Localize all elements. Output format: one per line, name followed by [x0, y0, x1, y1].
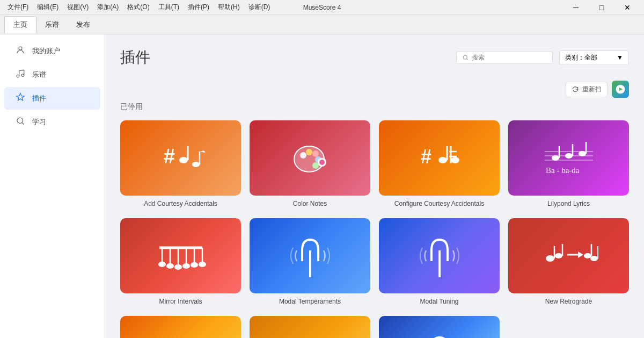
svg-point-30: [565, 153, 573, 159]
plugin-thumb-mirror: [120, 218, 241, 293]
svg-text:Ba - ba-da: Ba - ba-da: [546, 166, 580, 175]
plugin-name-modal-temperaments: Modal Temperaments: [250, 298, 370, 305]
refresh-icon: [572, 85, 579, 93]
svg-point-45: [191, 262, 198, 268]
app-title: MuseScore 4: [303, 4, 341, 11]
svg-point-47: [199, 262, 206, 267]
menu-file[interactable]: 文件(F): [4, 2, 32, 13]
sidebar: 我的账户 乐谱 插件 学习: [0, 34, 105, 338]
search-box[interactable]: [456, 51, 553, 64]
search-input[interactable]: [472, 54, 547, 61]
refresh-button[interactable]: 重新扫: [566, 82, 608, 97]
scores-icon: [15, 69, 26, 81]
plugin-name-new-retrograde: New Retrograde: [508, 298, 629, 305]
svg-point-43: [182, 263, 190, 269]
svg-point-0: [19, 47, 22, 50]
svg-point-3: [17, 118, 23, 124]
lyrics-icon: Ba - ba-da: [539, 136, 598, 179]
menu-bar: 文件(F) 编辑(E) 视图(V) 添加(A) 格式(O) 工具(T) 插件(P…: [4, 2, 273, 13]
plugin-thumb-11: [379, 316, 500, 338]
svg-point-2: [21, 74, 24, 77]
account-icon: [15, 45, 26, 57]
sidebar-item-learn-label: 学习: [32, 117, 46, 127]
sidebar-item-account[interactable]: 我的账户: [4, 40, 100, 62]
plugin-thumb-retrograde: [508, 218, 629, 293]
palette-icon: [289, 136, 332, 179]
tab-score[interactable]: 乐谱: [36, 17, 68, 33]
svg-point-41: [174, 264, 182, 270]
plugin-grid-row3: C D E: [120, 316, 629, 338]
musescore-logo-icon: [615, 84, 626, 95]
tab-bar: 主页 乐谱 发布: [0, 15, 644, 34]
svg-point-37: [158, 262, 166, 267]
svg-point-19: [438, 157, 447, 163]
svg-point-62: [590, 256, 598, 261]
svg-point-60: [584, 253, 591, 258]
svg-marker-59: [578, 251, 583, 258]
menu-edit[interactable]: 编辑(E): [34, 2, 62, 13]
plugin-thumb-modal-temp: [250, 218, 370, 293]
sidebar-item-account-label: 我的账户: [32, 46, 60, 56]
plugin-grid-row1: # Add Courtesy Accidentals: [120, 120, 629, 207]
chords-icon: C D E: [151, 332, 210, 338]
plugin-thumb-10: #: [250, 316, 370, 338]
svg-text:#: #: [421, 146, 431, 168]
svg-point-54: [546, 255, 554, 262]
minimize-button[interactable]: ─: [564, 0, 588, 15]
svg-point-39: [166, 263, 174, 269]
musescore-logo: [612, 81, 629, 98]
svg-point-17: [319, 160, 325, 165]
plugin-name-accidentals: Add Courtesy Accidentals: [120, 200, 241, 207]
tab-home[interactable]: 主页: [4, 16, 36, 33]
plugin-thumb-modal-tuning: [379, 218, 500, 293]
page-title: 插件: [120, 47, 150, 68]
plugin-name-mirror-intervals: Mirror Intervals: [120, 298, 241, 305]
header-right: 类别：全部 ▼: [456, 51, 629, 65]
search-icon: [462, 54, 469, 61]
refresh-area: 重新扫: [120, 81, 629, 98]
svg-point-28: [552, 155, 559, 161]
plugin-configure-accidentals[interactable]: # Configure Courtesy Accidentals: [379, 120, 500, 207]
configure-accidentals-icon: #: [413, 136, 466, 179]
section-disabled-title: 已停用: [120, 102, 629, 112]
sidebar-item-plugins-label: 插件: [32, 94, 46, 103]
menu-format[interactable]: 格式(O): [124, 2, 152, 13]
menu-plugins[interactable]: 插件(P): [185, 2, 213, 13]
plugin-name-modal-tuning: Modal Tuning: [379, 298, 500, 305]
sidebar-item-scores[interactable]: 乐谱: [4, 63, 100, 86]
menu-debug[interactable]: 诊断(D): [245, 2, 274, 13]
plugin-10[interactable]: #: [250, 316, 370, 338]
tab-publish[interactable]: 发布: [68, 17, 99, 33]
plugin-modal-tuning[interactable]: Modal Tuning: [379, 218, 500, 305]
plugin-modal-temperaments[interactable]: Modal Temperaments: [250, 218, 370, 305]
plugin-name-configure-accidentals: Configure Courtesy Accidentals: [379, 200, 500, 207]
menu-help[interactable]: 帮助(H): [215, 2, 243, 13]
tuningfork-icon: [289, 232, 332, 280]
maximize-button[interactable]: □: [589, 0, 614, 15]
mirror-icon: [151, 234, 210, 277]
svg-point-12: [306, 149, 312, 155]
menu-view[interactable]: 视图(V): [64, 2, 92, 13]
plugin-lilypond[interactable]: Ba - ba-da Lilypond Lyrics: [508, 120, 629, 207]
retrograde-icon: [539, 234, 598, 277]
plugin-add-courtesy-accidentals[interactable]: # Add Courtesy Accidentals: [120, 120, 241, 207]
plugin-new-retrograde[interactable]: New Retrograde: [508, 218, 629, 305]
plugin-color-notes[interactable]: Color Notes: [250, 120, 370, 207]
sidebar-item-plugins[interactable]: 插件: [4, 87, 100, 110]
plugin-name-color-notes: Color Notes: [250, 200, 370, 207]
close-button[interactable]: ✕: [615, 0, 640, 15]
plugin-11[interactable]: [379, 316, 500, 338]
window-controls: ─ □ ✕: [564, 0, 640, 15]
sidebar-item-learn[interactable]: 学习: [4, 111, 100, 133]
plugin-name-lilypond: Lilypond Lyrics: [508, 200, 629, 207]
plugin-chords-cde[interactable]: C D E: [120, 316, 241, 338]
plugin-grid-row2: Mirror Intervals: [120, 218, 629, 305]
category-select[interactable]: 类别：全部 ▼: [559, 51, 629, 65]
svg-point-4: [463, 55, 467, 59]
menu-tools[interactable]: 工具(T): [155, 2, 182, 13]
menu-add[interactable]: 添加(A): [94, 2, 122, 13]
svg-text:#: #: [164, 145, 175, 168]
svg-point-56: [555, 253, 562, 258]
content-header: 插件 类别：全部 ▼: [120, 47, 629, 68]
plugin-mirror-intervals[interactable]: Mirror Intervals: [120, 218, 241, 305]
